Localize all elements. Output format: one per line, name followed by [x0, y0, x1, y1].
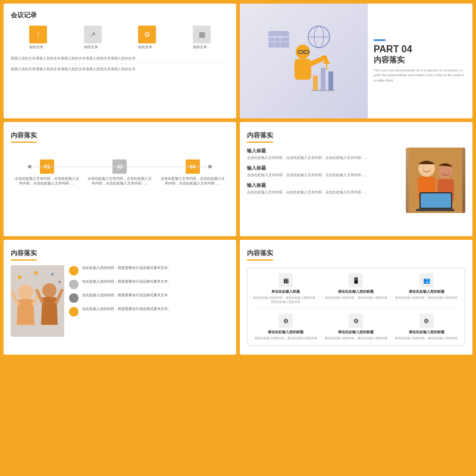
notebook-divider [252, 308, 460, 309]
list-text-content-4: 在此处输入您的内容，根据需要自行设定格式要求文本。 [82, 307, 171, 311]
nb-text-6: 要在此处输入您的内容，要在此处输入您的内容 [395, 336, 458, 340]
nb-icon-4: ⚙ [278, 314, 293, 328]
svg-point-38 [58, 281, 61, 283]
slide-grid: 会议记录 ↑ 你的文本 ↗ 你的文本 ⚙ 你的文本 ▦ 你的文本 请插入您的文本… [0, 0, 476, 476]
list-column: 在此处输入您的内容，根据需要自行设定格式要求文本。 在此处输入您的内容，根据需要… [69, 265, 229, 337]
nb-item-4: ⚙ 请在此处输入您的标题 要在此处输入您的内容，要在此处输入您的内容 [252, 314, 319, 340]
body-3: 点击此处输入文本内容，点击此处输入文本内容，点击此处输入文本内容...... [247, 190, 401, 195]
slide-4-title: 内容落实 [247, 131, 273, 143]
tl-num-3: 03 [186, 159, 200, 174]
heading-3: 输入标题 [247, 182, 401, 189]
bullet-4 [69, 307, 79, 317]
slide-content-2: 内容落实 输入标题 点击此处输入文本内容，点击此处输入文本内容，点击此处输入文本… [240, 122, 472, 237]
body-1: 点击此处输入文本内容，点击此处输入文本内容，点击此处输入文本内容...... [247, 155, 401, 160]
meeting-icons-row: ↑ 你的文本 ↗ 你的文本 ⚙ 你的文本 ▦ 你的文本 [11, 26, 229, 50]
list-item-1: 在此处输入您的内容，根据需要自行设定格式要求文本。 [69, 265, 229, 275]
nb-item-6: ⚙ 请在此处输入您的标题 要在此处输入您的内容，要在此处输入您的内容 [393, 314, 460, 340]
nb-text-3: 请在此处输入您的内容，请在此处输入您的内容 [395, 296, 458, 300]
slide-2-text: PART 04 内容落实 The user can demonstrate on… [368, 4, 472, 118]
nb-title-1: 单击此处输入标题 [271, 289, 300, 295]
heading-1: 输入标题 [247, 148, 401, 154]
body-2: 点击此处输入文本内容，点击此处输入文本内容，点击此处输入文本内容...... [247, 173, 401, 177]
icon-label-2: 你的文本 [84, 45, 102, 50]
nb-title-3: 请在此处输入您的标题 [409, 289, 444, 295]
svg-rect-26 [421, 193, 451, 208]
list-text-2: 在此处输入您的内容，根据需要自行设定格式要求文本。 [82, 279, 171, 284]
slide-4-content: 输入标题 点击此处输入文本内容，点击此处输入文本内容，点击此处输入文本内容...… [247, 148, 465, 213]
nb-text-5: 要在此处输入您的内容，要在此处输入您的内容 [325, 336, 387, 340]
slide-3-title: 内容落实 [11, 131, 37, 143]
svg-rect-14 [313, 76, 318, 90]
bullet-2 [69, 280, 79, 289]
photo-column [406, 148, 465, 213]
illustration-svg [262, 19, 346, 102]
svg-point-32 [42, 283, 57, 298]
svg-rect-15 [321, 68, 325, 90]
icon-item-4: ▦ 你的文本 [193, 26, 211, 50]
text-column: 输入标题 点击此处输入文本内容，点击此处输入文本内容，点击此处输入文本内容...… [247, 148, 401, 213]
blue-accent-bar [374, 39, 386, 41]
divider-1 [11, 64, 229, 64]
nb-text-1: 请在此处输入您的内容，请在此处输入您的内容，请在此处输入您的内容 [252, 296, 319, 303]
nb-text-4: 要在此处输入您的内容，要在此处输入您的内容 [255, 336, 317, 340]
list-text-4: 在此处输入您的内容，根据需要自行设定格式要求文本。 [82, 306, 171, 311]
photo-placeholder [406, 148, 465, 213]
nb-title-6: 请在此处输入您的标题 [409, 330, 444, 335]
nb-title-4: 请在此处输入您的标题 [268, 330, 303, 335]
list-item-2: 在此处输入您的内容，根据需要自行设定格式要求文本。 [69, 279, 229, 289]
slide-5-photo [11, 265, 64, 337]
dot-right [208, 165, 212, 168]
icon-label-3: 你的文本 [138, 45, 156, 50]
slide-5-content: 在此处输入您的内容，根据需要自行设定格式要求文本。 在此处输入您的内容，根据需要… [11, 265, 229, 337]
notebook-grid: ▦ 单击此处输入标题 请在此处输入您的内容，请在此处输入您的内容，请在此处输入您… [247, 268, 465, 346]
list-text-content-2: 在此处输入您的内容，根据需要自行设定格式要求文本。 [82, 280, 171, 283]
list-text-content-3: 在此处输入您的内容，根据需要自行设定格式要求文本。 [82, 293, 171, 297]
list-item-4: 在此处输入您的内容，根据需要自行设定格式要求文本。 [69, 306, 229, 317]
timeline-item-1: 01 点击此处输入文本内容，点击此处输入文本内容，点击此处输入文本内容.....… [14, 159, 80, 186]
icon-3: ⚙ [138, 26, 156, 43]
line-1: 请插入您的文本请插入您的文本请插入您的文本请插入您的文本请插入您的文本 [11, 56, 229, 61]
slide-part04: PART 04 内容落实 The user can demonstrate on… [240, 4, 472, 118]
nb-icon-1: ▦ [278, 273, 293, 287]
list-text-3: 在此处输入您的内容，根据需要自行设定格式要求文本。 [82, 293, 171, 298]
part-title: 内容落实 [374, 55, 466, 65]
nb-item-3: 👥 请在此处输入您的标题 请在此处输入您的内容，请在此处输入您的内容 [393, 273, 460, 303]
tl-num-2: 02 [112, 159, 127, 174]
tl-num-1: 01 [40, 159, 54, 174]
text-block-1: 输入标题 点击此处输入文本内容，点击此处输入文本内容，点击此处输入文本内容...… [247, 148, 401, 160]
bullet-1 [69, 266, 79, 275]
text-block-2: 输入标题 点击此处输入文本内容，点击此处输入文本内容，点击此处输入文本内容...… [247, 165, 401, 177]
notebook-top-row: ▦ 单击此处输入标题 请在此处输入您的内容，请在此处输入您的内容，请在此处输入您… [252, 273, 460, 303]
nb-icon-2: 📱 [349, 273, 363, 287]
timeline-item-2: 02 点击此处输入文本内容，点击此处输入文本内容，点击此处输入文本内容.....… [87, 159, 152, 186]
bullet-3 [69, 293, 79, 303]
nb-item-5: ⚙ 请在此处输入您的标题 要在此处输入您的内容，要在此处输入您的内容 [322, 314, 389, 340]
nb-icon-3: 👥 [419, 273, 434, 287]
svg-point-36 [51, 273, 54, 275]
timeline: 01 点击此处输入文本内容，点击此处输入文本内容，点击此处输入文本内容.....… [11, 159, 229, 186]
icon-item-2: ↗ 你的文本 [84, 26, 102, 50]
nb-icon-6: ⚙ [419, 314, 434, 328]
people-photo-svg [409, 148, 462, 213]
svg-point-35 [18, 275, 21, 279]
tl-content-1: 点击此处输入文本内容，点击此处输入文本内容，点击此处输入文本内容...... [14, 176, 80, 186]
slide-6-title: 内容落实 [247, 249, 273, 261]
tl-content-3: 点击此处输入文本内容，点击此处输入文本内容，点击此处输入文本内容...... [160, 176, 226, 186]
slide-5-title: 内容落实 [11, 249, 37, 261]
svg-rect-0 [268, 31, 289, 48]
icon-item-3: ⚙ 你的文本 [138, 26, 156, 50]
slide-2-illustration [240, 4, 368, 118]
icon-4: ▦ [193, 26, 211, 43]
dot-left [28, 165, 32, 168]
svg-point-29 [18, 284, 33, 300]
nb-title-2: 请在此处输入您的标题 [338, 289, 374, 295]
slide-content-4: 内容落实 ▦ 单击此处输入标题 请在此处输入您的内容，请在此处输入您的内容，请在… [240, 240, 472, 355]
slide-content-3: 内容落实 [4, 240, 236, 355]
line-2: 请插入您的文本请插入您的文本请插入您的文本请插入您的文本请插入您的文本 [11, 67, 229, 72]
list-text-1: 在此处输入您的内容，根据需要自行设定格式要求文本。 [82, 265, 171, 270]
svg-line-13 [311, 58, 325, 64]
svg-rect-27 [416, 209, 455, 211]
slide-1-lines: 请插入您的文本请插入您的文本请插入您的文本请插入您的文本请插入您的文本 请插入您… [11, 56, 229, 72]
slide-meeting-notes: 会议记录 ↑ 你的文本 ↗ 你的文本 ⚙ 你的文本 ▦ 你的文本 请插入您的文本… [4, 4, 236, 118]
heading-2: 输入标题 [247, 165, 401, 171]
